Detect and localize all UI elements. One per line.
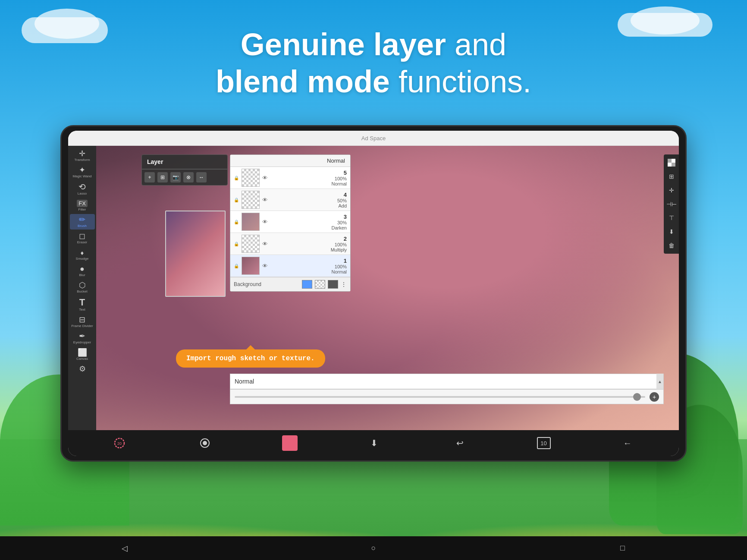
layer-3-opacity: 30% xyxy=(270,220,347,225)
layer-4-num: 4 xyxy=(270,192,347,198)
tool-filter[interactable]: FX Filter xyxy=(70,198,95,213)
bottom-pages-button[interactable]: 10 xyxy=(537,437,551,449)
layers-right-panel: Normal 🔒 👁 5 100% Normal 🔒 👁 xyxy=(230,154,351,292)
headline-genuine-layer: Genuine layer xyxy=(241,27,446,62)
canvas-area: Layer + ⊞ 📷 ⊗ ↔ Normal 🔒 👁 xyxy=(96,146,679,430)
blend-mode-value[interactable]: Normal xyxy=(230,378,656,385)
bottom-select-button[interactable]: 20 xyxy=(111,434,128,452)
tool-text[interactable]: T Text xyxy=(70,296,95,313)
background-checker-swatch[interactable] xyxy=(315,280,325,289)
eyedropper-label: Eyedropper xyxy=(73,340,91,344)
ad-space-label: Ad Space xyxy=(361,135,386,142)
canvas-label: Canvas xyxy=(76,357,88,361)
bottom-back-button[interactable]: ← xyxy=(619,434,636,452)
layer-5-info: 5 100% Normal xyxy=(270,170,347,186)
layers-background-row: Background ⋮ xyxy=(230,277,350,291)
layer-4-lock: 🔒 xyxy=(234,198,239,202)
layer-row-4[interactable]: 🔒 👁 4 50% Add xyxy=(230,189,350,211)
background-label: Background xyxy=(234,281,299,287)
tool-blur[interactable]: ● Blur xyxy=(70,263,95,279)
bottom-color-swatch[interactable] xyxy=(282,435,298,451)
layer-merge-button[interactable]: ⊗ xyxy=(183,172,194,182)
tool-eyedropper[interactable]: ✒ Eyedropper xyxy=(70,330,95,346)
layer-5-eye[interactable]: 👁 xyxy=(262,175,268,181)
right-grid-button[interactable]: ⊞ xyxy=(665,170,678,183)
layer-thumbnail-overlay xyxy=(165,211,226,297)
checkerboard-icon xyxy=(668,159,675,167)
layer-panel: Layer + ⊞ 📷 ⊗ ↔ xyxy=(141,154,228,186)
right-checkerboard-button[interactable] xyxy=(665,156,678,169)
tool-lasso[interactable]: ⟲ Lasso xyxy=(70,181,95,197)
background-more-button[interactable]: ⋮ xyxy=(341,281,347,288)
svg-point-7 xyxy=(203,441,207,445)
right-move-button[interactable]: ✛ xyxy=(665,184,678,197)
tool-brush[interactable]: ✏ Brush xyxy=(70,214,95,230)
background-dark-swatch[interactable] xyxy=(328,280,338,289)
layer-5-blend: Normal xyxy=(270,181,347,186)
back-icon: ◁ xyxy=(122,544,128,553)
layer-row-2[interactable]: 🔒 👁 2 100% Multiply xyxy=(230,233,350,255)
tool-eraser[interactable]: ◻ Eraser xyxy=(70,230,95,246)
layer-2-blend: Multiply xyxy=(270,247,347,252)
layer-flip-button[interactable]: ↔ xyxy=(196,172,207,182)
layer-3-thumb xyxy=(242,213,260,231)
layer-4-opacity: 50% xyxy=(270,198,347,203)
tool-canvas[interactable]: ⬜ Canvas xyxy=(70,347,95,362)
blend-mode-bar: Normal ▲ xyxy=(230,374,664,389)
eraser-icon: ◻ xyxy=(79,232,85,240)
bottom-undo-button[interactable]: ↩ xyxy=(451,434,468,452)
layer-2-info: 2 100% Multiply xyxy=(270,236,347,252)
tool-transform[interactable]: ✛ Transform xyxy=(70,148,95,164)
tool-smudge[interactable]: ⬧ Smudge xyxy=(70,247,95,262)
android-recent-button[interactable]: □ xyxy=(616,542,629,555)
bottom-toolbar: 20 ⬇ ↩ 10 ← xyxy=(68,430,679,456)
frame-divider-label: Frame Divider xyxy=(71,324,93,328)
layer-row-1[interactable]: 🔒 👁 1 100% Normal xyxy=(230,255,350,277)
tool-bucket[interactable]: ⬡ Bucket xyxy=(70,280,95,295)
layer-3-eye[interactable]: 👁 xyxy=(262,219,268,225)
opacity-plus-button[interactable]: + xyxy=(650,392,659,402)
right-trash-button[interactable]: 🗑 xyxy=(665,239,678,252)
layers-blend-header: Normal xyxy=(230,155,350,167)
right-down-button[interactable]: ⬇ xyxy=(665,225,678,238)
right-top-button[interactable]: ⊤ xyxy=(665,211,678,224)
lasso-label: Lasso xyxy=(78,192,87,195)
layer-duplicate-button[interactable]: ⊞ xyxy=(157,172,168,182)
magic-wand-label: Magic Wand xyxy=(72,174,91,178)
bottom-download-button[interactable]: ⬇ xyxy=(366,434,383,452)
android-home-button[interactable]: ○ xyxy=(367,542,380,555)
right-flip-button[interactable]: ⊣⊢ xyxy=(665,198,678,211)
bottom-settings-button[interactable] xyxy=(196,434,213,452)
layer-row-5[interactable]: 🔒 👁 5 100% Normal xyxy=(230,167,350,189)
layer-4-blend: Add xyxy=(270,203,347,208)
layer-5-lock: 🔒 xyxy=(234,176,239,180)
layer-5-opacity: 100% xyxy=(270,176,347,181)
layer-1-eye[interactable]: 👁 xyxy=(262,263,268,269)
blend-mode-scroll[interactable]: ▲ xyxy=(656,374,663,389)
svg-rect-2 xyxy=(672,159,675,163)
tablet-screen: Ad Space ✛ Transform ✦ Magic Wand ⟲ Lass… xyxy=(68,131,679,456)
tablet-device: Ad Space ✛ Transform ✦ Magic Wand ⟲ Lass… xyxy=(60,125,687,462)
layer-1-num: 1 xyxy=(270,258,347,264)
tool-settings[interactable]: ⚙ xyxy=(70,363,95,375)
layer-row-3[interactable]: 🔒 👁 3 30% Darken xyxy=(230,211,350,233)
transform-icon: ✛ xyxy=(79,150,85,157)
layer-2-eye[interactable]: 👁 xyxy=(262,241,268,247)
tooltip-text: Import rough sketch or texture. xyxy=(186,355,315,362)
brush-label: Brush xyxy=(78,224,87,228)
text-label: Text xyxy=(79,308,85,311)
tool-frame-divider[interactable]: ⊟ Frame Divider xyxy=(70,314,95,330)
layer-1-info: 1 100% Normal xyxy=(270,258,347,274)
svg-rect-0 xyxy=(668,159,672,163)
layer-add-button[interactable]: + xyxy=(144,172,155,182)
layer-2-num: 2 xyxy=(270,236,347,242)
opacity-slider-thumb[interactable] xyxy=(633,393,641,401)
android-back-button[interactable]: ◁ xyxy=(118,542,131,555)
background-blue-swatch[interactable] xyxy=(302,280,312,289)
layer-4-eye[interactable]: 👁 xyxy=(262,197,268,203)
layer-1-opacity: 100% xyxy=(270,264,347,269)
recent-icon: □ xyxy=(620,544,625,553)
tool-magic-wand[interactable]: ✦ Magic Wand xyxy=(70,164,95,180)
layer-1-lock: 🔒 xyxy=(234,264,239,268)
layer-camera-button[interactable]: 📷 xyxy=(170,172,181,182)
